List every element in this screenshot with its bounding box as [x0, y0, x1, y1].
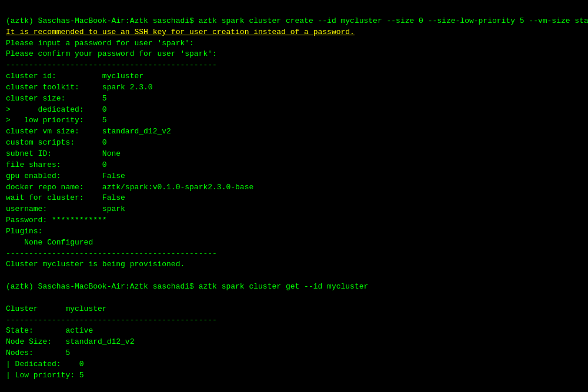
terminal-line-14: gpu enabled: False [6, 172, 125, 180]
terminal-line-22: Cluster mycluster is being provisioned. [6, 260, 185, 269]
terminal-line-1: It is recommended to use an SSH key for … [6, 28, 355, 36]
terminal-line-17: username: spark [6, 205, 125, 213]
terminal-line-0: (aztk) Saschas-MacBook-Air:Aztk saschadi… [6, 16, 588, 25]
terminal-line-15: docker repo name: aztk/spark:v0.1.0-spar… [6, 183, 253, 192]
terminal-line-3: Please confirm your password for user 's… [6, 49, 217, 58]
terminal-line-30: Nodes: 5 [6, 349, 70, 357]
terminal-line-29: Node Size: standard_d12_v2 [6, 337, 134, 346]
terminal-line-26: Cluster mycluster [6, 304, 107, 313]
terminal-line-18: Password: ************ [6, 216, 107, 225]
terminal-line-11: custom scripts: 0 [6, 138, 107, 147]
terminal-line-19: Plugins: [6, 227, 42, 236]
terminal-line-31: | Dedicated: 0 [6, 360, 84, 368]
terminal-line-7: cluster size: 5 [6, 94, 107, 103]
terminal-line-9: > low priority: 5 [6, 116, 107, 125]
terminal-line-21: ----------------------------------------… [6, 249, 217, 258]
terminal-line-2: Please input a password for user 'spark'… [6, 39, 194, 48]
terminal-line-12: subnet ID: None [6, 149, 121, 158]
terminal-line-28: State: active [6, 326, 93, 335]
terminal-line-20: None Configured [6, 238, 93, 247]
terminal-line-10: cluster vm size: standard_d12_v2 [6, 127, 171, 136]
terminal-line-5: cluster id: mycluster [6, 72, 143, 81]
terminal-line-4: ----------------------------------------… [6, 61, 217, 69]
terminal: (aztk) Saschas-MacBook-Air:Aztk saschadi… [6, 5, 582, 392]
terminal-line-16: wait for cluster: False [6, 193, 125, 202]
terminal-line-6: cluster toolkit: spark 2.3.0 [6, 83, 153, 92]
terminal-line-13: file shares: 0 [6, 160, 107, 169]
terminal-line-8: > dedicated: 0 [6, 105, 107, 114]
terminal-line-27: ----------------------------------------… [6, 316, 217, 324]
terminal-line-32: | Low priority: 5 [6, 371, 84, 380]
terminal-line-24: (aztk) Saschas-MacBook-Air:Aztk saschadi… [6, 282, 368, 291]
